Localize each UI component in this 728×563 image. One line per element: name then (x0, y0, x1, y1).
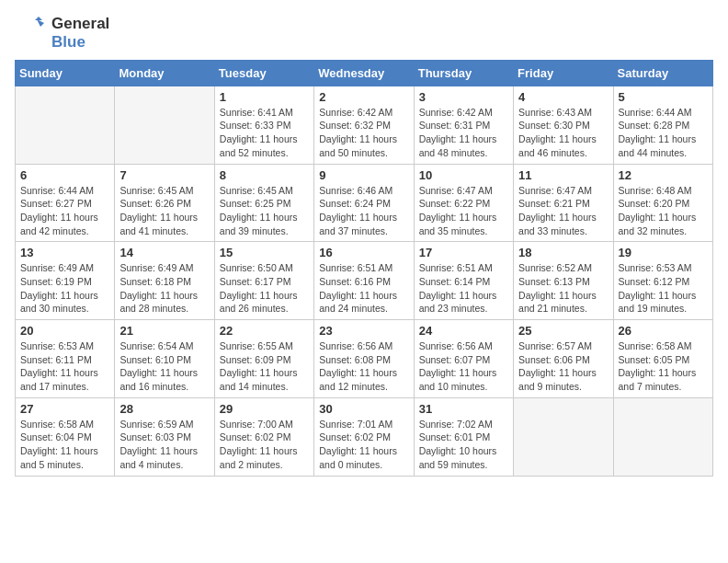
day-number: 10 (419, 168, 508, 182)
calendar-cell: 17Sunrise: 6:51 AM Sunset: 6:14 PM Dayli… (414, 242, 513, 320)
svg-marker-1 (37, 19, 44, 27)
day-header-tuesday: Tuesday (214, 60, 313, 86)
calendar-cell: 6Sunrise: 6:44 AM Sunset: 6:27 PM Daylig… (16, 164, 115, 242)
day-number: 18 (518, 246, 608, 259)
day-header-sunday: Sunday (16, 60, 115, 86)
day-info: Sunrise: 6:53 AM Sunset: 6:12 PM Dayligh… (619, 261, 708, 316)
calendar-week-1: 1Sunrise: 6:41 AM Sunset: 6:33 PM Daylig… (16, 86, 713, 164)
calendar-cell: 28Sunrise: 6:59 AM Sunset: 6:03 PM Dayli… (115, 397, 214, 476)
day-number: 16 (319, 246, 408, 259)
day-info: Sunrise: 6:51 AM Sunset: 6:14 PM Dayligh… (419, 261, 508, 316)
day-info: Sunrise: 6:59 AM Sunset: 6:03 PM Dayligh… (119, 418, 209, 472)
day-number: 6 (20, 168, 109, 182)
day-info: Sunrise: 6:47 AM Sunset: 6:21 PM Dayligh… (518, 184, 608, 238)
day-number: 17 (419, 246, 508, 259)
calendar-cell: 3Sunrise: 6:42 AM Sunset: 6:31 PM Daylig… (414, 86, 513, 164)
calendar-cell: 24Sunrise: 6:56 AM Sunset: 6:07 PM Dayli… (414, 320, 513, 398)
day-number: 20 (20, 324, 109, 338)
day-info: Sunrise: 6:42 AM Sunset: 6:32 PM Dayligh… (319, 106, 408, 160)
calendar-cell: 31Sunrise: 7:02 AM Sunset: 6:01 PM Dayli… (414, 397, 513, 476)
day-number: 3 (419, 90, 508, 104)
calendar-cell: 11Sunrise: 6:47 AM Sunset: 6:21 PM Dayli… (514, 164, 613, 242)
calendar-week-3: 13Sunrise: 6:49 AM Sunset: 6:19 PM Dayli… (16, 242, 713, 320)
day-number: 2 (319, 90, 408, 104)
calendar-cell: 4Sunrise: 6:43 AM Sunset: 6:30 PM Daylig… (514, 86, 613, 164)
day-number: 29 (220, 402, 309, 416)
calendar-cell: 12Sunrise: 6:48 AM Sunset: 6:20 PM Dayli… (613, 164, 712, 242)
day-info: Sunrise: 6:55 AM Sunset: 6:09 PM Dayligh… (220, 339, 309, 394)
calendar-cell: 20Sunrise: 6:53 AM Sunset: 6:11 PM Dayli… (16, 320, 115, 398)
day-number: 8 (220, 168, 309, 182)
day-info: Sunrise: 6:56 AM Sunset: 6:07 PM Dayligh… (419, 339, 508, 394)
day-info: Sunrise: 6:58 AM Sunset: 6:04 PM Dayligh… (20, 418, 109, 472)
day-info: Sunrise: 6:43 AM Sunset: 6:30 PM Dayligh… (518, 106, 608, 160)
calendar-cell: 19Sunrise: 6:53 AM Sunset: 6:12 PM Dayli… (613, 242, 712, 320)
day-number: 28 (119, 402, 209, 416)
day-number: 5 (619, 90, 708, 104)
calendar-cell: 21Sunrise: 6:54 AM Sunset: 6:10 PM Dayli… (115, 320, 214, 398)
calendar-week-2: 6Sunrise: 6:44 AM Sunset: 6:27 PM Daylig… (16, 164, 713, 242)
day-number: 14 (119, 246, 209, 259)
day-number: 26 (619, 324, 708, 338)
day-number: 31 (419, 402, 508, 416)
day-number: 4 (518, 90, 608, 104)
calendar-cell: 16Sunrise: 6:51 AM Sunset: 6:16 PM Dayli… (314, 242, 414, 320)
calendar-cell: 23Sunrise: 6:56 AM Sunset: 6:08 PM Dayli… (314, 320, 414, 398)
day-number: 1 (220, 90, 309, 104)
calendar-cell: 30Sunrise: 7:01 AM Sunset: 6:02 PM Dayli… (314, 397, 414, 476)
logo: GeneralBlue (15, 15, 109, 52)
day-info: Sunrise: 6:56 AM Sunset: 6:08 PM Dayligh… (319, 339, 408, 394)
calendar-cell: 22Sunrise: 6:55 AM Sunset: 6:09 PM Dayli… (214, 320, 313, 398)
calendar-cell: 29Sunrise: 7:00 AM Sunset: 6:02 PM Dayli… (214, 397, 313, 476)
calendar-cell: 15Sunrise: 6:50 AM Sunset: 6:17 PM Dayli… (214, 242, 313, 320)
calendar-cell (115, 86, 214, 164)
calendar-cell: 27Sunrise: 6:58 AM Sunset: 6:04 PM Dayli… (16, 397, 115, 476)
day-header-wednesday: Wednesday (314, 60, 414, 86)
logo-general: General (51, 15, 109, 33)
day-number: 25 (518, 324, 608, 338)
day-number: 13 (20, 246, 109, 259)
day-info: Sunrise: 6:57 AM Sunset: 6:06 PM Dayligh… (518, 339, 608, 394)
calendar-table: SundayMondayTuesdayWednesdayThursdayFrid… (15, 60, 713, 477)
calendar-cell: 18Sunrise: 6:52 AM Sunset: 6:13 PM Dayli… (514, 242, 613, 320)
day-info: Sunrise: 6:45 AM Sunset: 6:25 PM Dayligh… (220, 184, 309, 238)
day-info: Sunrise: 6:46 AM Sunset: 6:24 PM Dayligh… (319, 184, 408, 238)
day-number: 23 (319, 324, 408, 338)
svg-marker-0 (35, 17, 42, 20)
day-info: Sunrise: 6:49 AM Sunset: 6:19 PM Dayligh… (20, 261, 109, 316)
day-number: 11 (518, 168, 608, 182)
calendar-cell: 8Sunrise: 6:45 AM Sunset: 6:25 PM Daylig… (214, 164, 313, 242)
day-info: Sunrise: 6:54 AM Sunset: 6:10 PM Dayligh… (119, 339, 209, 394)
day-header-friday: Friday (514, 60, 613, 86)
calendar-cell: 14Sunrise: 6:49 AM Sunset: 6:18 PM Dayli… (115, 242, 214, 320)
day-number: 19 (619, 246, 708, 259)
day-info: Sunrise: 6:47 AM Sunset: 6:22 PM Dayligh… (419, 184, 508, 238)
calendar-cell: 1Sunrise: 6:41 AM Sunset: 6:33 PM Daylig… (214, 86, 313, 164)
day-number: 9 (319, 168, 408, 182)
day-number: 27 (20, 402, 109, 416)
calendar-cell: 10Sunrise: 6:47 AM Sunset: 6:22 PM Dayli… (414, 164, 513, 242)
day-header-monday: Monday (115, 60, 214, 86)
header-row: SundayMondayTuesdayWednesdayThursdayFrid… (16, 60, 713, 86)
day-header-saturday: Saturday (613, 60, 712, 86)
day-info: Sunrise: 6:48 AM Sunset: 6:20 PM Dayligh… (619, 184, 708, 238)
day-number: 7 (119, 168, 209, 182)
calendar-cell: 7Sunrise: 6:45 AM Sunset: 6:26 PM Daylig… (115, 164, 214, 242)
calendar-cell: 9Sunrise: 6:46 AM Sunset: 6:24 PM Daylig… (314, 164, 414, 242)
calendar-cell: 2Sunrise: 6:42 AM Sunset: 6:32 PM Daylig… (314, 86, 414, 164)
logo-icon (15, 17, 48, 50)
logo-blue: Blue (51, 33, 109, 52)
calendar-cell: 13Sunrise: 6:49 AM Sunset: 6:19 PM Dayli… (16, 242, 115, 320)
calendar-week-4: 20Sunrise: 6:53 AM Sunset: 6:11 PM Dayli… (16, 320, 713, 398)
day-number: 24 (419, 324, 508, 338)
page-header: GeneralBlue (15, 15, 713, 52)
day-info: Sunrise: 6:52 AM Sunset: 6:13 PM Dayligh… (518, 261, 608, 316)
day-info: Sunrise: 6:44 AM Sunset: 6:28 PM Dayligh… (619, 106, 708, 160)
day-info: Sunrise: 6:50 AM Sunset: 6:17 PM Dayligh… (220, 261, 309, 316)
calendar-cell: 5Sunrise: 6:44 AM Sunset: 6:28 PM Daylig… (613, 86, 712, 164)
calendar-cell (16, 86, 115, 164)
day-number: 22 (220, 324, 309, 338)
day-info: Sunrise: 6:44 AM Sunset: 6:27 PM Dayligh… (20, 184, 109, 238)
calendar-cell: 26Sunrise: 6:58 AM Sunset: 6:05 PM Dayli… (613, 320, 712, 398)
day-info: Sunrise: 6:49 AM Sunset: 6:18 PM Dayligh… (119, 261, 209, 316)
